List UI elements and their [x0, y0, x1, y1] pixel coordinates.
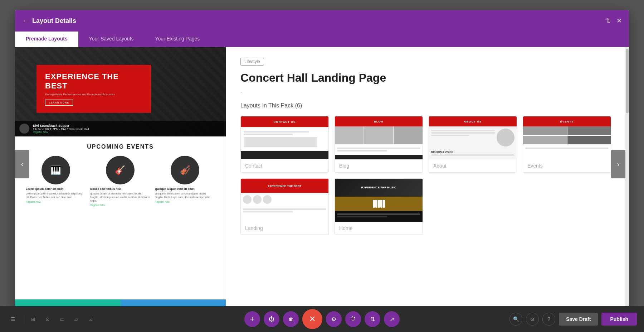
upcoming-section: UPCOMING EVENTS 🎹 Lorem ipsum dolor sit … — [15, 136, 226, 213]
layout-card-blog[interactable]: BLOG B — [335, 116, 423, 173]
event-avatar — [19, 124, 29, 134]
landing-circle-1 — [243, 195, 252, 204]
publish-button[interactable]: Publish — [601, 313, 637, 326]
layout-card-home[interactable]: EXPERIENCE THE MUSIC — [335, 178, 423, 235]
hero-button[interactable]: LEARN MORE — [45, 100, 73, 106]
event-register-link[interactable]: Register Now — [33, 131, 89, 133]
home-line-2 — [337, 216, 387, 217]
next-icon: › — [617, 160, 620, 168]
header-right: ⇅ ✕ — [605, 17, 622, 25]
key-3 — [378, 200, 380, 208]
prev-arrow[interactable]: ‹ — [15, 150, 29, 178]
add-module-button[interactable]: + — [244, 311, 260, 327]
events-mockup: EVENTS — [523, 116, 611, 159]
contact-line-2 — [244, 134, 293, 135]
contact-footer — [241, 151, 328, 159]
back-button[interactable]: ← — [22, 17, 29, 25]
preview-image-area: EXPERIENCE THE BEST Unforgettable Perfor… — [15, 47, 226, 299]
about-mission-line — [431, 154, 514, 156]
toolbar-left: ☰ ⊞ ⊙ ▭ ▱ ⊡ — [7, 313, 96, 325]
event-cards: 🎹 Lorem ipsum dolor sit amet Lorem ipsum… — [26, 156, 215, 206]
delete-button[interactable]: 🗑 — [283, 311, 299, 327]
layout-description: . — [240, 88, 611, 94]
modal-header: ← Layout Details ⇅ ✕ — [15, 10, 629, 32]
blog-line-2 — [337, 150, 387, 151]
hero-red-box: EXPERIENCE THE BEST Unforgettable Perfor… — [36, 65, 151, 113]
hero-section: EXPERIENCE THE BEST Unforgettable Perfor… — [15, 47, 226, 136]
power-button[interactable]: ⏻ — [264, 311, 279, 327]
scrollbar-thumb[interactable] — [626, 49, 629, 113]
layout-card-events[interactable]: EVENTS Events — [523, 116, 611, 173]
about-mission: MISSION & VISION — [429, 149, 517, 159]
blog-content — [335, 144, 423, 155]
tabs-bar: Premade Layouts Your Saved Layouts Your … — [15, 32, 629, 47]
info-panel: Lifestyle Concert Hall Landing Page . La… — [226, 47, 625, 318]
blog-footer — [335, 155, 423, 159]
about-line-3 — [431, 135, 469, 136]
about-mockup: ABOUT US MISSION & VISION — [429, 116, 517, 159]
event-name: Divi Soundtrack Supper — [33, 124, 89, 127]
search-right-icon[interactable]: 🔍 — [509, 313, 522, 326]
header-title: Layout Details — [32, 17, 76, 25]
event-register-3[interactable]: Register Now — [155, 201, 215, 203]
back-icon: ← — [22, 17, 29, 24]
tab-existing-pages[interactable]: Your Existing Pages — [145, 32, 211, 47]
home-content — [335, 211, 423, 220]
contact-label: Contact — [241, 159, 328, 172]
contact-line-1 — [244, 131, 309, 133]
tablet-icon[interactable]: ▱ — [70, 313, 82, 325]
pack-heading: Layouts In This Pack (6) — [240, 102, 611, 109]
key-1 — [373, 200, 375, 208]
blog-img-1 — [335, 126, 364, 144]
save-draft-button[interactable]: Save Draft — [559, 313, 598, 326]
layout-card-landing[interactable]: EXPERIENCE THE BEST L — [240, 178, 329, 235]
cancel-button[interactable]: ✕ — [302, 309, 322, 329]
event-card-3: 🎻 Quisque aliquet velit sit amet quisque… — [155, 156, 215, 206]
zoom-right-icon[interactable]: ⊙ — [526, 313, 539, 326]
event-card-title-3: Quisque aliquet velit sit amet — [155, 187, 215, 191]
events-photos — [523, 126, 611, 144]
next-arrow[interactable]: › — [611, 150, 625, 178]
hero-title: EXPERIENCE THE BEST — [45, 72, 142, 91]
about-content — [429, 126, 517, 149]
history-button[interactable]: ⏱ — [345, 311, 361, 327]
close-button[interactable]: ✕ — [616, 17, 622, 25]
hamburger-icon[interactable]: ☰ — [7, 313, 19, 325]
event-date: 6th June 2023, 6PM - Divi Philharmonic H… — [33, 127, 89, 131]
event-card-title-1: Lorem ipsum dolor sit amet — [26, 187, 86, 191]
layout-thumb-about: ABOUT US MISSION & VISION — [429, 116, 517, 159]
vertical-scrollbar[interactable] — [625, 47, 629, 318]
event-register-1[interactable]: Register Now — [26, 201, 86, 203]
tab-premade-layouts[interactable]: Premade Layouts — [15, 32, 78, 47]
settings-button[interactable]: ⚙ — [326, 311, 342, 327]
grid-view-icon[interactable]: ⊞ — [28, 313, 39, 325]
help-icon[interactable]: ? — [542, 313, 555, 326]
key-4 — [380, 200, 382, 208]
home-hero: EXPERIENCE THE MUSIC — [335, 179, 423, 197]
search-icon[interactable]: ⊙ — [42, 313, 53, 325]
share-button[interactable]: ↗ — [384, 311, 400, 327]
about-line-1 — [431, 130, 495, 131]
event-register-2[interactable]: Register Now — [90, 204, 150, 206]
resize-icon: ⇅ — [605, 17, 611, 24]
event-card-image-2: 🎸 — [106, 156, 135, 184]
tab-saved-layouts[interactable]: Your Saved Layouts — [78, 32, 145, 47]
landing-mockup: EXPERIENCE THE BEST — [241, 179, 328, 222]
toolbar-center: + ⏻ 🗑 ✕ ⚙ ⏱ ⇅ ↗ — [244, 309, 400, 329]
resize-layout-button[interactable]: ⇅ — [365, 311, 380, 327]
home-mockup: EXPERIENCE THE MUSIC — [335, 179, 423, 222]
event-info: Divi Soundtrack Supper 6th June 2023, 6P… — [33, 124, 89, 133]
layout-card-about[interactable]: ABOUT US MISSION & VISION — [429, 116, 517, 173]
home-line-1 — [337, 213, 420, 215]
desktop-icon[interactable]: ▭ — [56, 313, 68, 325]
events-photo-2 — [567, 126, 611, 135]
layout-card-contact[interactable]: CONTACT US Contact — [240, 116, 329, 173]
layout-thumb-contact: CONTACT US — [241, 116, 328, 159]
contact-form — [244, 137, 317, 147]
key-2 — [375, 200, 377, 208]
about-label: About — [429, 159, 517, 172]
mobile-icon[interactable]: ⊡ — [85, 313, 96, 325]
event-card-title-2: Donec sed finibus nisi — [90, 187, 150, 191]
resize-button[interactable]: ⇅ — [605, 17, 611, 25]
close-icon: ✕ — [616, 17, 622, 24]
